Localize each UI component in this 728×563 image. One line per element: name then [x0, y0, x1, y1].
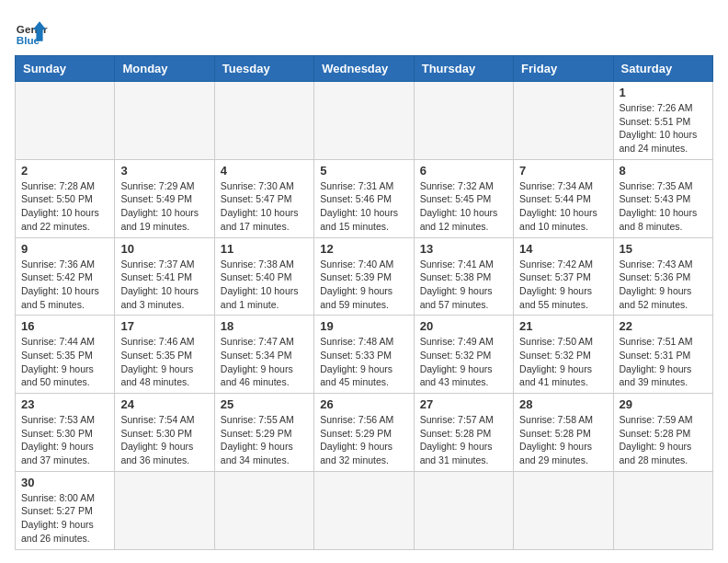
- calendar-cell: 11Sunrise: 7:38 AM Sunset: 5:40 PM Dayli…: [214, 237, 313, 316]
- calendar-header-row: SundayMondayTuesdayWednesdayThursdayFrid…: [16, 56, 713, 82]
- day-number: 18: [221, 319, 308, 333]
- day-info: Sunrise: 7:53 AM Sunset: 5:30 PM Dayligh…: [21, 413, 108, 467]
- day-info: Sunrise: 7:48 AM Sunset: 5:33 PM Dayligh…: [320, 335, 407, 389]
- day-number: 27: [420, 397, 507, 411]
- page-header: General Blue: [15, 15, 713, 48]
- day-number: 13: [420, 242, 507, 256]
- calendar-cell: 24Sunrise: 7:54 AM Sunset: 5:30 PM Dayli…: [115, 394, 214, 472]
- calendar-cell: 14Sunrise: 7:42 AM Sunset: 5:37 PM Dayli…: [514, 237, 613, 316]
- day-info: Sunrise: 7:51 AM Sunset: 5:31 PM Dayligh…: [620, 335, 707, 389]
- calendar-cell: 8Sunrise: 7:35 AM Sunset: 5:43 PM Daylig…: [613, 159, 712, 237]
- calendar-cell: [613, 471, 712, 549]
- day-number: 21: [519, 319, 607, 333]
- day-number: 23: [21, 397, 108, 411]
- day-number: 19: [320, 319, 407, 333]
- calendar-cell: 22Sunrise: 7:51 AM Sunset: 5:31 PM Dayli…: [613, 316, 712, 394]
- day-number: 4: [221, 164, 308, 178]
- calendar-cell: [314, 82, 414, 160]
- day-number: 7: [519, 164, 607, 178]
- calendar-cell: [214, 82, 313, 160]
- day-info: Sunrise: 7:40 AM Sunset: 5:39 PM Dayligh…: [320, 258, 407, 312]
- calendar-cell: 3Sunrise: 7:29 AM Sunset: 5:49 PM Daylig…: [115, 159, 214, 237]
- day-number: 20: [420, 319, 507, 333]
- day-info: Sunrise: 7:46 AM Sunset: 5:35 PM Dayligh…: [120, 335, 208, 389]
- day-info: Sunrise: 7:31 AM Sunset: 5:46 PM Dayligh…: [320, 179, 407, 234]
- day-number: 3: [120, 164, 208, 178]
- calendar-cell: [414, 471, 513, 549]
- calendar-cell: 12Sunrise: 7:40 AM Sunset: 5:39 PM Dayli…: [314, 237, 414, 316]
- day-number: 16: [21, 319, 108, 333]
- calendar-cell: [414, 82, 513, 160]
- calendar-week-row: 30Sunrise: 8:00 AM Sunset: 5:27 PM Dayli…: [16, 471, 713, 549]
- calendar-cell: 2Sunrise: 7:28 AM Sunset: 5:50 PM Daylig…: [16, 159, 115, 237]
- day-number: 24: [120, 397, 208, 411]
- day-number: 6: [420, 164, 507, 178]
- day-info: Sunrise: 7:36 AM Sunset: 5:42 PM Dayligh…: [21, 258, 108, 312]
- day-number: 25: [221, 397, 308, 411]
- day-number: 17: [120, 319, 208, 333]
- col-header-wednesday: Wednesday: [314, 56, 414, 82]
- calendar-cell: 16Sunrise: 7:44 AM Sunset: 5:35 PM Dayli…: [16, 316, 115, 394]
- calendar-cell: 25Sunrise: 7:55 AM Sunset: 5:29 PM Dayli…: [214, 394, 313, 472]
- day-number: 5: [320, 164, 407, 178]
- calendar-cell: [514, 471, 613, 549]
- day-info: Sunrise: 7:59 AM Sunset: 5:28 PM Dayligh…: [620, 413, 707, 467]
- col-header-friday: Friday: [514, 56, 613, 82]
- day-info: Sunrise: 7:38 AM Sunset: 5:40 PM Dayligh…: [221, 258, 308, 312]
- day-info: Sunrise: 7:37 AM Sunset: 5:41 PM Dayligh…: [120, 258, 208, 312]
- col-header-monday: Monday: [115, 56, 214, 82]
- calendar-cell: [514, 82, 613, 160]
- day-number: 30: [21, 476, 108, 489]
- day-number: 10: [120, 242, 208, 256]
- calendar-cell: 17Sunrise: 7:46 AM Sunset: 5:35 PM Dayli…: [115, 316, 214, 394]
- calendar-cell: 5Sunrise: 7:31 AM Sunset: 5:46 PM Daylig…: [314, 159, 414, 237]
- day-number: 28: [519, 397, 607, 411]
- day-number: 2: [21, 164, 108, 178]
- day-info: Sunrise: 8:00 AM Sunset: 5:27 PM Dayligh…: [21, 491, 108, 546]
- calendar-week-row: 1Sunrise: 7:26 AM Sunset: 5:51 PM Daylig…: [16, 82, 713, 160]
- calendar-cell: 18Sunrise: 7:47 AM Sunset: 5:34 PM Dayli…: [214, 316, 313, 394]
- day-info: Sunrise: 7:28 AM Sunset: 5:50 PM Dayligh…: [21, 179, 108, 234]
- day-info: Sunrise: 7:32 AM Sunset: 5:45 PM Dayligh…: [420, 179, 507, 234]
- calendar-week-row: 2Sunrise: 7:28 AM Sunset: 5:50 PM Daylig…: [16, 159, 713, 237]
- day-info: Sunrise: 7:34 AM Sunset: 5:44 PM Dayligh…: [519, 179, 607, 234]
- day-number: 14: [519, 242, 607, 256]
- day-info: Sunrise: 7:30 AM Sunset: 5:47 PM Dayligh…: [221, 179, 308, 234]
- calendar-cell: 23Sunrise: 7:53 AM Sunset: 5:30 PM Dayli…: [16, 394, 115, 472]
- calendar-cell: 9Sunrise: 7:36 AM Sunset: 5:42 PM Daylig…: [16, 237, 115, 316]
- calendar-cell: [16, 82, 115, 160]
- col-header-saturday: Saturday: [613, 56, 712, 82]
- calendar-week-row: 23Sunrise: 7:53 AM Sunset: 5:30 PM Dayli…: [16, 394, 713, 472]
- day-info: Sunrise: 7:47 AM Sunset: 5:34 PM Dayligh…: [221, 335, 308, 389]
- calendar-cell: 7Sunrise: 7:34 AM Sunset: 5:44 PM Daylig…: [514, 159, 613, 237]
- calendar-cell: [115, 471, 214, 549]
- day-info: Sunrise: 7:44 AM Sunset: 5:35 PM Dayligh…: [21, 335, 108, 389]
- calendar-cell: 27Sunrise: 7:57 AM Sunset: 5:28 PM Dayli…: [414, 394, 513, 472]
- calendar-cell: 6Sunrise: 7:32 AM Sunset: 5:45 PM Daylig…: [414, 159, 513, 237]
- day-info: Sunrise: 7:58 AM Sunset: 5:28 PM Dayligh…: [519, 413, 607, 467]
- logo-icon: General Blue: [15, 15, 48, 48]
- day-info: Sunrise: 7:49 AM Sunset: 5:32 PM Dayligh…: [420, 335, 507, 389]
- day-number: 11: [221, 242, 308, 256]
- calendar-cell: 20Sunrise: 7:49 AM Sunset: 5:32 PM Dayli…: [414, 316, 513, 394]
- logo: General Blue: [15, 15, 48, 48]
- calendar-cell: 30Sunrise: 8:00 AM Sunset: 5:27 PM Dayli…: [16, 471, 115, 549]
- calendar-week-row: 9Sunrise: 7:36 AM Sunset: 5:42 PM Daylig…: [16, 237, 713, 316]
- calendar-cell: [314, 471, 414, 549]
- calendar-cell: 26Sunrise: 7:56 AM Sunset: 5:29 PM Dayli…: [314, 394, 414, 472]
- calendar-cell: 29Sunrise: 7:59 AM Sunset: 5:28 PM Dayli…: [613, 394, 712, 472]
- day-info: Sunrise: 7:42 AM Sunset: 5:37 PM Dayligh…: [519, 258, 607, 312]
- day-info: Sunrise: 7:50 AM Sunset: 5:32 PM Dayligh…: [519, 335, 607, 389]
- day-number: 8: [620, 164, 707, 178]
- day-number: 29: [620, 397, 707, 411]
- calendar-cell: 19Sunrise: 7:48 AM Sunset: 5:33 PM Dayli…: [314, 316, 414, 394]
- calendar-cell: 10Sunrise: 7:37 AM Sunset: 5:41 PM Dayli…: [115, 237, 214, 316]
- calendar-cell: 13Sunrise: 7:41 AM Sunset: 5:38 PM Dayli…: [414, 237, 513, 316]
- day-info: Sunrise: 7:29 AM Sunset: 5:49 PM Dayligh…: [120, 179, 208, 234]
- day-number: 1: [620, 86, 707, 99]
- calendar-week-row: 16Sunrise: 7:44 AM Sunset: 5:35 PM Dayli…: [16, 316, 713, 394]
- calendar-cell: 4Sunrise: 7:30 AM Sunset: 5:47 PM Daylig…: [214, 159, 313, 237]
- day-info: Sunrise: 7:41 AM Sunset: 5:38 PM Dayligh…: [420, 258, 507, 312]
- calendar-cell: [214, 471, 313, 549]
- day-number: 22: [620, 319, 707, 333]
